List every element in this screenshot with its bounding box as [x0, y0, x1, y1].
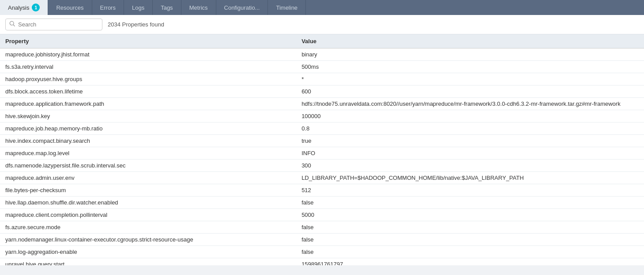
cell-value-2: *: [296, 73, 644, 85]
table-row: file.bytes-per-checksum512: [0, 184, 644, 197]
cell-value-5: 100000: [296, 110, 644, 123]
table-row: yarn.log-aggregation-enablefalse: [0, 246, 644, 258]
cell-value-16: false: [296, 246, 644, 258]
tab-logs[interactable]: Logs: [124, 0, 153, 15]
cell-property-2: hadoop.proxyuser.hive.groups: [0, 73, 296, 85]
cell-property-17: unravel.hive.query.start: [0, 258, 296, 266]
cell-value-13: 5000: [296, 209, 644, 221]
table-row: mapreduce.client.completion.pollinterval…: [0, 209, 644, 221]
properties-table: Property Value mapreduce.jobhistory.jhis…: [0, 34, 644, 265]
cell-property-6: mapreduce.job.heap.memory-mb.ratio: [0, 123, 296, 135]
cell-property-7: hive.index.compact.binary.search: [0, 135, 296, 147]
table-row: hive.index.compact.binary.searchtrue: [0, 135, 644, 147]
table-row: mapreduce.job.heap.memory-mb.ratio0.8: [0, 123, 644, 135]
search-bar: 2034 Properties found: [0, 15, 644, 34]
properties-table-container: Property Value mapreduce.jobhistory.jhis…: [0, 34, 644, 265]
cell-value-12: false: [296, 197, 644, 209]
table-row: hadoop.proxyuser.hive.groups*: [0, 73, 644, 85]
cell-value-6: 0.8: [296, 123, 644, 135]
table-row: mapreduce.jobhistory.jhist.formatbinary: [0, 48, 644, 61]
cell-property-3: dfs.block.access.token.lifetime: [0, 85, 296, 98]
cell-property-14: fs.azure.secure.mode: [0, 221, 296, 234]
cell-property-11: file.bytes-per-checksum: [0, 184, 296, 197]
tab-errors[interactable]: Errors: [92, 0, 124, 15]
search-input[interactable]: [18, 21, 98, 28]
cell-value-7: true: [296, 135, 644, 147]
table-row: fs.azure.secure.modefalse: [0, 221, 644, 234]
table-row: hive.skewjoin.key100000: [0, 110, 644, 123]
table-row: dfs.block.access.token.lifetime600: [0, 85, 644, 98]
table-row: fs.s3a.retry.interval500ms: [0, 61, 644, 73]
table-row: mapreduce.admin.user.envLD_LIBRARY_PATH=…: [0, 172, 644, 184]
cell-value-0: binary: [296, 48, 644, 61]
cell-value-17: 1598961761797: [296, 258, 644, 266]
table-row: dfs.namenode.lazypersist.file.scrub.inte…: [0, 160, 644, 172]
table-row: mapreduce.application.framework.pathhdfs…: [0, 98, 644, 110]
cell-value-10: LD_LIBRARY_PATH=$HADOOP_COMMON_HOME/lib/…: [296, 172, 644, 184]
svg-line-1: [13, 25, 15, 26]
cell-value-4: hdfs://tnode75.unraveldata.com:8020//use…: [296, 98, 644, 110]
table-row: unravel.hive.query.start1598961761797: [0, 258, 644, 266]
cell-property-1: fs.s3a.retry.interval: [0, 61, 296, 73]
table-row: yarn.nodemanager.linux-container-executo…: [0, 234, 644, 246]
search-icon: [9, 21, 15, 28]
cell-value-9: 300: [296, 160, 644, 172]
cell-value-8: INFO: [296, 147, 644, 160]
table-row: hive.llap.daemon.shuffle.dir.watcher.ena…: [0, 197, 644, 209]
tab-timeline[interactable]: Timeline: [268, 0, 306, 15]
cell-property-8: mapreduce.map.log.level: [0, 147, 296, 160]
cell-value-15: false: [296, 234, 644, 246]
tab-badge-analysis: 1: [32, 4, 40, 11]
cell-property-15: yarn.nodemanager.linux-container-executo…: [0, 234, 296, 246]
table-header: Property Value: [0, 34, 644, 48]
search-input-wrap[interactable]: [5, 19, 102, 30]
cell-property-5: hive.skewjoin.key: [0, 110, 296, 123]
header-property: Property: [0, 34, 296, 48]
tab-metrics[interactable]: Metrics: [181, 0, 216, 15]
cell-property-12: hive.llap.daemon.shuffle.dir.watcher.ena…: [0, 197, 296, 209]
cell-value-11: 512: [296, 184, 644, 197]
cell-property-10: mapreduce.admin.user.env: [0, 172, 296, 184]
tab-analysis[interactable]: Analysis1: [0, 0, 48, 15]
cell-property-4: mapreduce.application.framework.path: [0, 98, 296, 110]
table-row: mapreduce.map.log.levelINFO: [0, 147, 644, 160]
cell-value-3: 600: [296, 85, 644, 98]
cell-value-1: 500ms: [296, 61, 644, 73]
table-body: mapreduce.jobhistory.jhist.formatbinaryf…: [0, 48, 644, 266]
cell-property-0: mapreduce.jobhistory.jhist.format: [0, 48, 296, 61]
cell-property-13: mapreduce.client.completion.pollinterval: [0, 209, 296, 221]
tab-tags[interactable]: Tags: [153, 0, 181, 15]
properties-count: 2034 Properties found: [108, 21, 164, 28]
cell-property-16: yarn.log-aggregation-enable: [0, 246, 296, 258]
cell-property-9: dfs.namenode.lazypersist.file.scrub.inte…: [0, 160, 296, 172]
cell-value-14: false: [296, 221, 644, 234]
tab-configuration[interactable]: Configuratio...: [216, 0, 268, 15]
header-value: Value: [296, 34, 644, 48]
tab-bar: Analysis1ResourcesErrorsLogsTagsMetricsC…: [0, 0, 644, 15]
tab-resources[interactable]: Resources: [48, 0, 92, 15]
